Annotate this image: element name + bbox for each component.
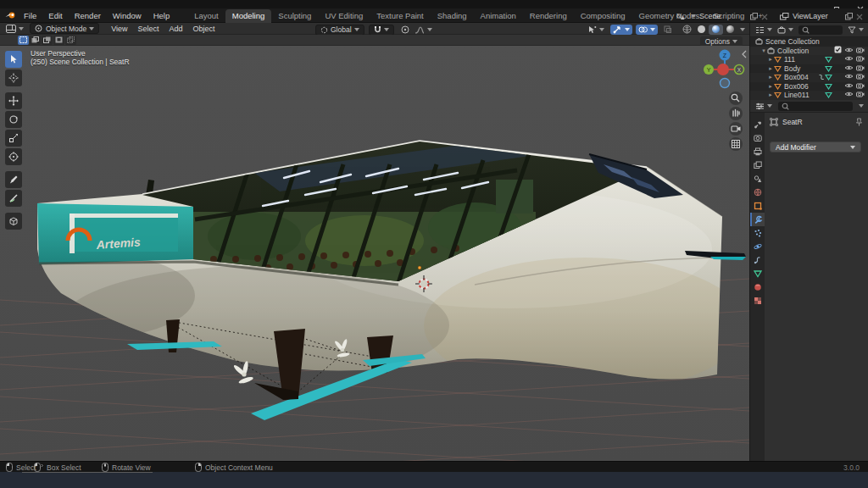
hide-eye-icon[interactable]	[844, 55, 854, 64]
tab-constraints-icon[interactable]	[750, 253, 765, 267]
tool-annotate[interactable]	[5, 171, 22, 188]
gizmo-x-axis[interactable]	[717, 64, 729, 75]
render-camera-icon[interactable]	[856, 82, 865, 91]
menu-edit[interactable]: Edit	[42, 9, 68, 22]
snap-magnet-icon[interactable]	[369, 25, 394, 36]
tab-animation[interactable]: Animation	[474, 9, 523, 23]
proportional-editing-icon[interactable]	[398, 25, 412, 35]
select-mode-invert-icon[interactable]	[53, 36, 64, 45]
new-scene-icon[interactable]	[750, 8, 758, 24]
menu-file[interactable]: File	[18, 9, 42, 22]
shading-rendered-icon[interactable]	[723, 25, 737, 35]
tool-rotate[interactable]	[5, 111, 22, 128]
tab-uv-editing[interactable]: UV Editing	[318, 9, 370, 23]
viewlayer-name-field[interactable]: ViewLayer	[793, 12, 842, 20]
select-mode-new-icon[interactable]	[18, 36, 29, 45]
shading-solid-icon[interactable]	[694, 25, 709, 35]
unlink-scene-icon[interactable]	[761, 8, 768, 24]
outliner-display-mode-icon[interactable]	[753, 25, 775, 35]
tab-material-icon[interactable]	[750, 280, 765, 294]
tab-view-layer-icon[interactable]	[750, 158, 765, 172]
expand-arrow-icon[interactable]: ▸	[767, 83, 774, 90]
tab-layout[interactable]: Layout	[187, 9, 225, 23]
render-camera-icon[interactable]	[856, 55, 865, 64]
tab-sculpting[interactable]: Sculpting	[271, 9, 318, 23]
select-mode-subtract-icon[interactable]	[42, 36, 53, 45]
tab-physics-icon[interactable]	[750, 240, 765, 253]
menu-window[interactable]: Window	[107, 9, 147, 22]
tab-texture-icon[interactable]	[750, 294, 765, 308]
menu-select[interactable]: Select	[133, 25, 164, 33]
shading-dropdown-icon[interactable]	[740, 28, 745, 31]
blender-logo-icon[interactable]	[5, 8, 16, 23]
tool-transform[interactable]	[5, 148, 22, 165]
tab-modeling[interactable]: Modeling	[225, 9, 272, 23]
tab-output-icon[interactable]	[750, 145, 765, 158]
expand-arrow-icon[interactable]: ▸	[767, 92, 774, 98]
viewport-canvas[interactable]: Artemis	[0, 46, 749, 461]
transform-orientation-dropdown[interactable]: Global	[315, 25, 364, 36]
hide-eye-icon[interactable]	[844, 73, 854, 81]
properties-options-icon[interactable]	[859, 104, 864, 108]
collection-checkbox-icon[interactable]	[834, 46, 842, 55]
outliner-row-object[interactable]: ▸ 111	[750, 55, 868, 64]
remove-viewlayer-icon[interactable]	[856, 8, 863, 24]
menu-render[interactable]: Render	[69, 9, 107, 22]
outliner-row-collection[interactable]: ▾ Collection	[750, 47, 868, 56]
falloff-icon[interactable]	[412, 25, 435, 35]
tab-shading[interactable]: Shading	[431, 9, 474, 23]
render-camera-icon[interactable]	[856, 73, 865, 81]
render-camera-icon[interactable]	[856, 47, 865, 55]
expand-arrow-icon[interactable]: ▸	[767, 74, 774, 80]
tab-texture-paint[interactable]: Texture Paint	[370, 9, 430, 23]
tool-select-box[interactable]	[5, 51, 22, 68]
outliner-row-scene-collection[interactable]: Scene Collection	[750, 37, 868, 47]
outliner-search-input[interactable]	[798, 25, 843, 35]
render-camera-icon[interactable]	[856, 64, 865, 73]
scene-icon[interactable]	[676, 8, 685, 24]
tool-cursor[interactable]	[5, 69, 22, 86]
new-viewlayer-icon[interactable]	[845, 8, 853, 24]
menu-add[interactable]: Add	[164, 25, 188, 33]
tab-world-icon[interactable]	[750, 186, 765, 199]
menu-view[interactable]: View	[106, 25, 132, 33]
render-camera-icon[interactable]	[856, 91, 865, 99]
tab-tool-icon[interactable]	[750, 118, 765, 131]
tool-add-cube[interactable]	[5, 213, 22, 230]
zoom-button[interactable]	[729, 92, 743, 105]
ortho-toggle-button[interactable]	[729, 137, 743, 151]
tool-move[interactable]	[5, 92, 22, 109]
menu-object[interactable]: Object	[188, 25, 220, 33]
collapse-arrow-icon[interactable]: ▾	[760, 47, 767, 54]
tool-measure[interactable]	[5, 190, 22, 207]
select-mode-extend-icon[interactable]	[30, 36, 41, 45]
pan-button[interactable]	[729, 107, 743, 120]
tab-modifiers-icon[interactable]	[750, 213, 765, 226]
outliner-row-object[interactable]: ▸ Body	[750, 64, 868, 74]
tab-object-data-icon[interactable]	[750, 267, 765, 280]
tab-object-icon[interactable]	[750, 199, 765, 213]
options-dropdown[interactable]: Options	[700, 36, 743, 47]
editor-type-icon[interactable]	[3, 24, 26, 34]
tool-scale[interactable]	[5, 130, 22, 147]
xray-toggle-icon[interactable]	[661, 25, 675, 35]
tab-particles-icon[interactable]	[750, 226, 765, 240]
expand-arrow-icon[interactable]: ▸	[767, 56, 774, 63]
hide-eye-icon[interactable]	[844, 82, 854, 91]
tab-rendering[interactable]: Rendering	[523, 9, 574, 23]
pin-icon[interactable]	[855, 118, 863, 126]
properties-search-input[interactable]	[778, 102, 853, 111]
add-modifier-button[interactable]: Add Modifier	[770, 141, 861, 152]
outliner-row-object[interactable]: ▸ Box004	[750, 73, 868, 82]
select-mode-intersect-icon[interactable]	[65, 36, 76, 45]
outliner-row-object[interactable]: ▸ Box006	[750, 82, 868, 92]
gizmo-z-neg[interactable]	[721, 79, 730, 88]
tab-scene-icon[interactable]	[750, 172, 765, 186]
hide-eye-icon[interactable]	[844, 91, 854, 99]
overlays-toggle-icon[interactable]	[636, 25, 658, 35]
viewlayer-icon[interactable]	[780, 8, 789, 24]
hide-eye-icon[interactable]	[844, 64, 854, 73]
outliner-filter-collection-icon[interactable]	[775, 25, 796, 35]
shading-wireframe-icon[interactable]	[680, 25, 694, 35]
properties-editor-icon[interactable]	[753, 101, 775, 111]
